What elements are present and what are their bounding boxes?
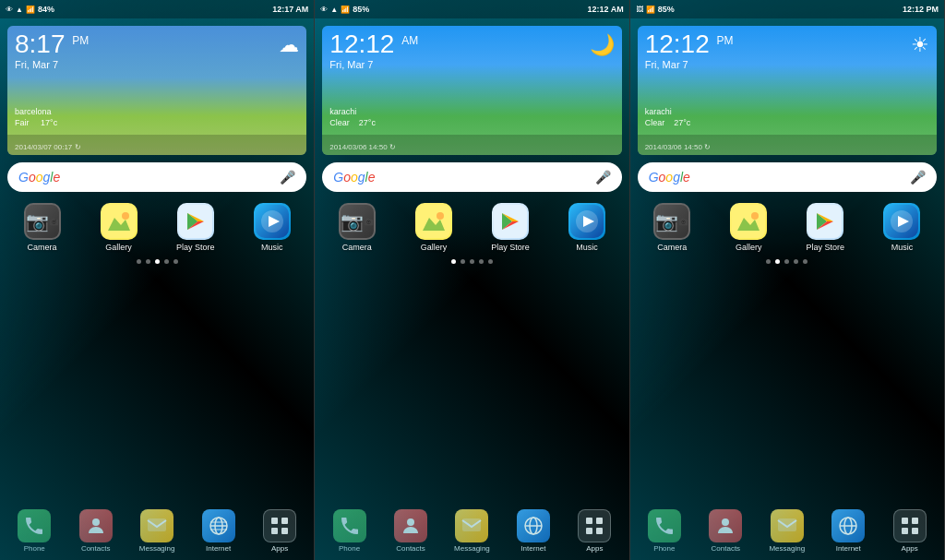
playstore-label-2: Play Store (491, 243, 530, 252)
weather-widget-2: 12:12 AM Fri, Mar 7 karachiClear 27°c 🌙 … (322, 26, 621, 155)
gallery-label-1: Gallery (105, 243, 132, 252)
app-music-2[interactable]: Music (563, 203, 611, 252)
dot-3-4 (794, 259, 798, 264)
weather-widget-1: 8:17 PM Fri, Mar 7 barcelonaFair 17°c ☁ … (7, 26, 306, 155)
status-bar-3: 🖼 📶 85% 12:12 PM (630, 0, 944, 18)
time-status-3: 12:12 PM (903, 5, 939, 14)
signal-bars-2: 📶 (341, 6, 350, 14)
playstore-icon-1 (177, 203, 214, 240)
svg-rect-34 (417, 205, 450, 238)
music-icon-2 (568, 203, 605, 240)
music-icon-1 (254, 203, 291, 240)
svg-point-57 (683, 221, 685, 223)
status-bar-1: 👁 ▲ 📶 84% 12:17 AM (0, 0, 314, 18)
page-indicators-3 (630, 254, 944, 269)
svg-rect-1 (52, 218, 54, 220)
weather-icon-cloud-1: ☁ (279, 33, 299, 57)
camera-icon-2 (339, 203, 376, 240)
app-gallery-1[interactable]: Gallery (95, 203, 143, 252)
camera-icon-3 (653, 203, 690, 240)
app-row-3: Camera Gallery Play Store Music (630, 199, 944, 254)
wifi-icon-2: ▲ (330, 6, 338, 14)
page-indicators-2 (315, 254, 628, 269)
camera-label-3: Camera (657, 243, 687, 252)
weather-widget-3: 12:12 PM Fri, Mar 7 karachiClear 27°c ☀ … (638, 26, 937, 155)
dot-1-2 (146, 259, 150, 264)
status-bar-2: 👁 ▲ 📶 85% 12:12 AM (315, 0, 628, 18)
music-label-3: Music (891, 243, 914, 252)
app-camera-3[interactable]: Camera (648, 203, 696, 252)
search-bar-2[interactable]: Google 🎤 (322, 162, 621, 192)
app-music-1[interactable]: Music (248, 203, 296, 252)
weather-icon-sun-3: ☀ (911, 33, 929, 57)
app-camera-2[interactable]: Camera (333, 203, 381, 252)
app-playstore-1[interactable]: Play Store (172, 203, 220, 252)
signal-icon-2: 👁 (320, 6, 328, 14)
image-icon-3: 🖼 (636, 6, 643, 14)
dot-1-1 (137, 259, 141, 264)
weather-temp-1: 17°c (41, 118, 57, 127)
weather-time-2: 12:12 AM (329, 31, 614, 57)
time-status-1: 12:17 AM (272, 5, 308, 14)
playstore-icon-3 (807, 203, 843, 240)
svg-rect-54 (681, 218, 684, 220)
wifi-icon-1: ▲ (16, 6, 23, 14)
app-row-2: Camera Gallery Play Store Music (315, 199, 628, 254)
playstore-label-1: Play Store (176, 243, 215, 252)
dot-2-5 (488, 259, 493, 264)
weather-location-1: barcelonaFair 17°c (15, 106, 57, 129)
phone-screen-3: 🖼 📶 85% 12:12 PM 12:12 PM Fri, Mar 7 kar… (630, 0, 945, 560)
phone-screen-1: 👁 ▲ 📶 84% 12:17 AM 8:17 PM Fri, Mar 7 (0, 0, 315, 560)
app-gallery-3[interactable]: Gallery (724, 203, 772, 252)
dot-3-1 (766, 259, 771, 264)
weather-time-3: 12:12 PM (645, 31, 929, 57)
dot-1-5 (173, 259, 178, 264)
google-logo-2: Google (333, 170, 375, 185)
playstore-icon-2 (492, 203, 529, 240)
gallery-icon-2 (415, 203, 452, 240)
weather-location-3: karachiClear 27°c (645, 106, 691, 129)
weather-date-3: Fri, Mar 7 (645, 59, 929, 70)
playstore-label-3: Play Store (807, 243, 845, 252)
app-camera-1[interactable]: Camera (18, 203, 66, 252)
app-playstore-3[interactable]: Play Store (801, 203, 849, 252)
battery-text-1: 84% (38, 5, 54, 14)
dot-2-4 (479, 259, 484, 264)
mic-icon-1[interactable]: 🎤 (280, 170, 295, 185)
dot-1-3 (155, 259, 160, 264)
music-label-2: Music (576, 243, 598, 252)
app-music-3[interactable]: Music (878, 203, 926, 252)
dot-1-4 (164, 259, 169, 264)
svg-point-8 (122, 212, 129, 220)
svg-point-33 (368, 221, 370, 223)
page-indicators-1 (0, 254, 314, 269)
svg-point-5 (54, 220, 55, 220)
app-playstore-2[interactable]: Play Store (486, 203, 534, 252)
music-icon-3 (883, 203, 920, 240)
svg-point-60 (751, 212, 759, 220)
signal-bars-1: 📶 (26, 6, 35, 14)
camera-label-1: Camera (28, 243, 57, 252)
music-label-1: Music (261, 243, 283, 252)
camera-icon-1 (24, 203, 61, 240)
dot-3-3 (784, 259, 789, 264)
gallery-icon-1 (101, 203, 138, 240)
signal-icon-1: 👁 (6, 6, 13, 14)
search-bar-3[interactable]: Google 🎤 (638, 162, 937, 192)
phone-screen-2: 👁 ▲ 📶 85% 12:12 AM 12:12 AM Fri, Mar 7 (315, 0, 629, 560)
weather-temp-2: 27°c (359, 118, 376, 127)
camera-label-2: Camera (342, 243, 372, 252)
weather-timestamp-1: 2014/03/07 00:17 ↻ (15, 143, 81, 151)
gallery-icon-3 (730, 203, 767, 240)
gallery-label-2: Gallery (421, 243, 448, 252)
weather-time-1: 8:17 PM (15, 31, 299, 57)
app-row-1: Camera Gallery (0, 199, 314, 254)
weather-ampm-3: PM (717, 35, 734, 46)
mic-icon-3[interactable]: 🎤 (910, 170, 926, 185)
mic-icon-2[interactable]: 🎤 (595, 170, 611, 185)
battery-text-3: 85% (658, 5, 675, 14)
app-gallery-2[interactable]: Gallery (410, 203, 458, 252)
weather-location-2: karachiClear 27°c (329, 106, 376, 129)
dot-2-3 (470, 259, 474, 264)
search-bar-1[interactable]: Google 🎤 (7, 162, 306, 192)
